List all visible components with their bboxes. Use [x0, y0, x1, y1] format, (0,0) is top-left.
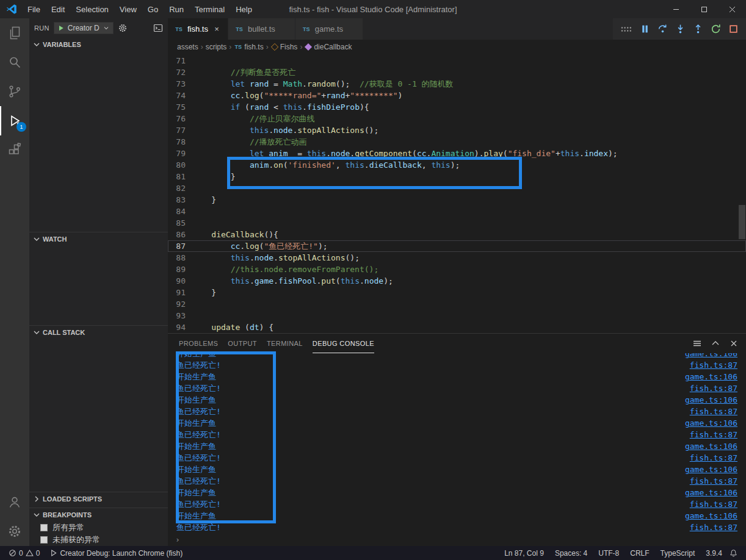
code-line-79[interactable]: 79 let anim = this.node.getComponent(cc.…	[168, 148, 746, 159]
line-number[interactable]: 78	[168, 136, 192, 148]
status-indentation[interactable]: Spaces: 4	[551, 549, 591, 558]
editor-scrollbar[interactable]	[739, 205, 745, 239]
accounts-icon[interactable]	[0, 487, 29, 517]
code-line-92[interactable]: 92	[168, 298, 746, 310]
code-line-82[interactable]: 82	[168, 182, 746, 194]
line-number[interactable]: 82	[168, 182, 192, 194]
section-header-loaded-scripts[interactable]: LOADED SCRIPTS	[29, 492, 168, 506]
panel-tab-problems[interactable]: PROBLEMS	[179, 334, 218, 353]
extensions-icon[interactable]	[0, 135, 29, 165]
code-line-78[interactable]: 78 //播放死亡动画	[168, 136, 746, 148]
console-source-link[interactable]: game.ts:106	[685, 442, 737, 451]
code-line-86[interactable]: 86 dieCallback(){	[168, 229, 746, 240]
line-number[interactable]: 81	[168, 171, 192, 182]
search-icon[interactable]	[0, 48, 29, 77]
tab-game-ts[interactable]: TSgame.ts×	[295, 18, 363, 40]
code-line-88[interactable]: 88 this.node.stopAllActions();	[168, 252, 746, 264]
code-line-75[interactable]: 75 if (rand < this.fishDieProb){	[168, 101, 746, 113]
line-number[interactable]: 85	[168, 217, 192, 229]
drag-handle-icon[interactable]	[620, 24, 632, 34]
code-line-87[interactable]: 87 cc.log("鱼已经死亡!");	[168, 240, 746, 252]
step-into-icon[interactable]	[675, 24, 686, 34]
code-line-93[interactable]: 93	[168, 310, 746, 321]
menu-go[interactable]: Go	[142, 0, 164, 18]
debug-target-status[interactable]: Creator Debug: Launch Chrome (fish)	[46, 549, 186, 558]
panel-tab-output[interactable]: OUTPUT	[228, 334, 257, 353]
line-number[interactable]: 80	[168, 159, 192, 171]
minimize-icon[interactable]	[662, 0, 690, 18]
section-header-call-stack[interactable]: CALL STACK	[29, 326, 168, 339]
status-language-mode[interactable]: TypeScript	[657, 549, 699, 558]
menu-view[interactable]: View	[114, 0, 142, 18]
breadcrumb-item-diecallback[interactable]: dieCallback	[305, 43, 352, 51]
console-source-link[interactable]: game.ts:106	[685, 488, 737, 497]
menu-file[interactable]: File	[22, 0, 46, 18]
breadcrumb-item-scripts[interactable]: scripts	[206, 43, 227, 51]
line-number[interactable]: 88	[168, 252, 192, 264]
restart-icon[interactable]	[711, 24, 721, 34]
console-source-link[interactable]: game.ts:106	[685, 353, 737, 358]
line-number[interactable]: 75	[168, 101, 192, 113]
code-line-71[interactable]: 71	[168, 55, 746, 66]
console-source-link[interactable]: fish.ts:87	[690, 523, 737, 532]
line-number[interactable]: 76	[168, 113, 192, 124]
console-source-link[interactable]: fish.ts:87	[690, 500, 737, 509]
breakpoint-item[interactable]: 所有异常	[29, 522, 168, 534]
code-line-91[interactable]: 91 }	[168, 287, 746, 298]
pause-icon[interactable]	[640, 24, 650, 34]
breadcrumb-item-fish-ts[interactable]: TSfish.ts	[234, 43, 263, 51]
console-source-link[interactable]: game.ts:106	[685, 418, 737, 428]
code-line-80[interactable]: 80 anim.on('finished', this.dieCallback,…	[168, 159, 746, 171]
panel-tab-debug-console[interactable]: DEBUG CONSOLE	[313, 334, 374, 353]
line-number[interactable]: 74	[168, 90, 192, 101]
console-source-link[interactable]: fish.ts:87	[690, 476, 737, 486]
panel-tab-terminal[interactable]: TERMINAL	[267, 334, 303, 353]
line-number[interactable]: 79	[168, 148, 192, 159]
launch-config-dropdown[interactable]: Creator D	[54, 22, 114, 34]
debug-console-toggle-icon[interactable]	[153, 23, 163, 33]
code-line-81[interactable]: 81 }	[168, 171, 746, 182]
console-input[interactable]: ›	[168, 533, 746, 546]
menu-edit[interactable]: Edit	[46, 0, 70, 18]
stop-icon[interactable]	[728, 24, 739, 34]
status-eol[interactable]: CRLF	[626, 549, 653, 558]
line-number[interactable]: 77	[168, 124, 192, 136]
status-encoding[interactable]: UTF-8	[595, 549, 623, 558]
source-control-icon[interactable]	[0, 77, 29, 106]
console-source-link[interactable]: game.ts:106	[685, 395, 737, 404]
run-and-debug-icon[interactable]: 1	[0, 106, 29, 135]
explorer-icon[interactable]	[0, 18, 29, 48]
console-source-link[interactable]: game.ts:106	[685, 372, 737, 381]
console-source-link[interactable]: fish.ts:87	[690, 430, 737, 439]
code-line-83[interactable]: 83 }	[168, 194, 746, 206]
step-out-icon[interactable]	[693, 24, 703, 34]
menu-run[interactable]: Run	[164, 0, 189, 18]
console-source-link[interactable]: fish.ts:87	[690, 361, 737, 370]
code-line-89[interactable]: 89 //this.node.removeFromParent();	[168, 264, 746, 275]
line-number[interactable]: 71	[168, 55, 192, 66]
code-line-76[interactable]: 76 //停止贝塞尔曲线	[168, 113, 746, 124]
menu-terminal[interactable]: Terminal	[189, 0, 230, 18]
breadcrumb-item-assets[interactable]: assets	[177, 43, 198, 51]
line-number[interactable]: 86	[168, 229, 192, 240]
problems-status[interactable]: 0 0	[5, 549, 43, 558]
gear-icon[interactable]	[118, 23, 128, 33]
status-ts-version[interactable]: 3.9.4	[702, 549, 726, 558]
code-line-72[interactable]: 72 //判断鱼是否死亡	[168, 66, 746, 78]
code-line-94[interactable]: 94 update (dt) {	[168, 321, 746, 333]
line-number[interactable]: 89	[168, 264, 192, 275]
section-header-watch[interactable]: WATCH	[29, 232, 168, 246]
status-cursor-position[interactable]: Ln 87, Col 9	[501, 549, 548, 558]
start-debugging-icon[interactable]	[57, 24, 65, 32]
breadcrumb-item-fishs[interactable]: Fishs	[271, 43, 298, 51]
line-number[interactable]: 93	[168, 310, 192, 321]
line-number[interactable]: 73	[168, 78, 192, 90]
tab-fish-ts[interactable]: TSfish.ts×	[168, 18, 228, 40]
code-line-90[interactable]: 90 this.game.fishPool.put(this.node);	[168, 275, 746, 287]
close-panel-icon[interactable]	[729, 339, 739, 348]
menu-selection[interactable]: Selection	[70, 0, 114, 18]
filter-icon[interactable]	[692, 339, 702, 348]
checkbox-unchecked[interactable]	[40, 536, 48, 544]
line-number[interactable]: 91	[168, 287, 192, 298]
debug-console[interactable]: 开始生产鱼game.ts:106鱼已经死亡!fish.ts:87开始生产鱼gam…	[168, 353, 746, 533]
